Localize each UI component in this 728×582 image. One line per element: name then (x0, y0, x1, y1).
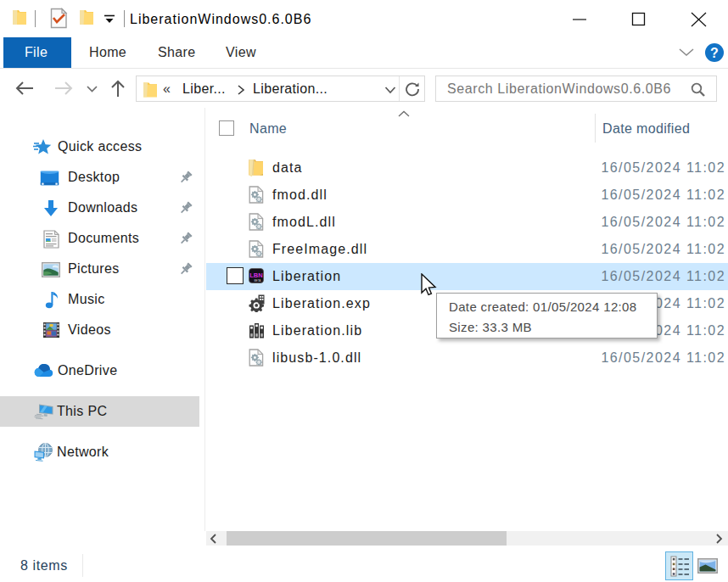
svg-text:BETA: BETA (254, 279, 261, 283)
svg-text:LBN: LBN (249, 271, 262, 279)
svg-text:?: ? (710, 46, 719, 60)
